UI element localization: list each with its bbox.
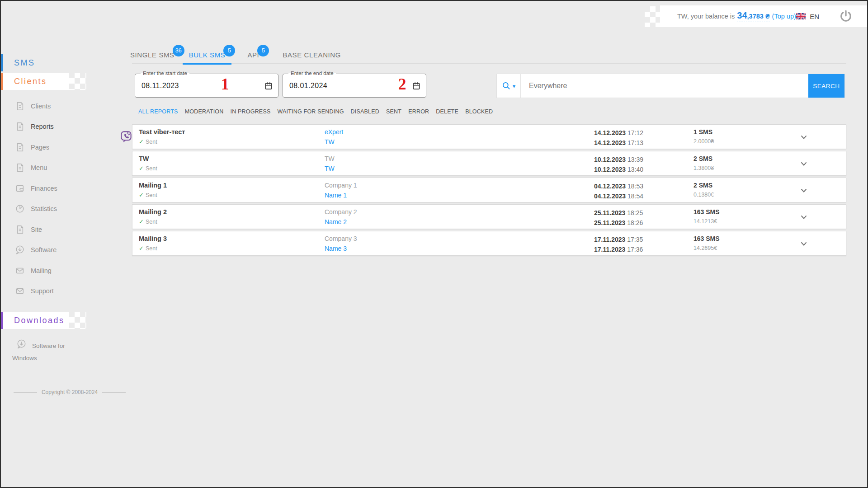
sidebar-item-clients[interactable]: Clients [1,96,100,117]
tab-base-cleaning[interactable]: BASE CLEANING [276,47,347,65]
sidebar-item-site[interactable]: Site [1,219,100,240]
start-date: 17.11.2023 [594,236,625,243]
sidebar-item-support[interactable]: Support [1,281,100,302]
report-dates: 04.12.2023 18:53 04.12.2023 18:54 [594,181,643,201]
status-tab-delete[interactable]: DELETE [436,108,458,115]
report-row[interactable]: Mailing 3 ✓Sent Company 3 Name 3 17.11.2… [132,231,846,256]
tab-bulk-sms[interactable]: BULK SMS 5 [183,47,232,65]
logout-power-button[interactable] [839,9,853,23]
sidebar-section-sms[interactable]: SMS [1,54,69,71]
wallet-icon [15,183,25,193]
search-scope-dropdown[interactable]: ▾ [497,74,521,98]
status-text: Sent [146,165,157,172]
search-icon [502,81,511,90]
copyright: Copyright © 2008-2024 [14,389,126,395]
tab-single-sms[interactable]: SINGLE SMS 36 [130,47,181,65]
end-time: 17:36 [627,246,643,253]
tab-label: SINGLE SMS [130,51,175,59]
status-tab-sent[interactable]: SENT [386,108,401,115]
sidebar-item-mailing[interactable]: Mailing [1,260,100,281]
envelope-icon [15,266,25,276]
reports-list: Test viber-тест ✓Sent eXpert TW 14.12.20… [132,124,846,258]
top-up-link[interactable]: (Top up) [772,13,796,20]
checker-decoration [69,312,86,329]
report-title: Test viber-тест [139,128,185,136]
sidebar-section-downloads[interactable]: Downloads [1,312,69,329]
sidebar-item-finances[interactable]: Finances [1,178,100,199]
end-date: 25.11.2023 [594,219,625,226]
tab-api[interactable]: API 5 [241,47,265,65]
start-date-value[interactable]: 08.11.2023 [142,82,179,90]
report-sender-link[interactable]: TW [325,138,335,145]
expand-chevron-icon[interactable] [798,158,810,170]
status-tab-blocked[interactable]: BLOCKED [465,108,493,115]
sms-cost: 1.3800₴ [693,165,714,171]
copyright-text: Copyright © 2008-2024 [42,389,98,395]
tab-badge: 5 [223,45,235,56]
end-date: 17.11.2023 [594,246,625,253]
sidebar-item-menu[interactable]: Menu [1,158,100,178]
end-date-field[interactable]: Enter the end date 08.01.2024 2 [283,74,426,98]
report-row[interactable]: Mailing 2 ✓Sent Company 2 Name 2 25.11.2… [132,204,846,229]
end-date-label: Enter the end date [288,70,336,76]
sidebar-item-pages[interactable]: Pages [1,137,100,158]
sms-count: 163 SMS [693,235,720,242]
search-input[interactable] [521,74,808,98]
expand-chevron-icon[interactable] [798,185,810,197]
tab-label: BULK SMS [189,51,226,59]
status-tab-waiting-for-sending[interactable]: WAITING FOR SENDING [277,108,344,115]
language-selector[interactable]: EN [796,13,819,20]
report-sender-link[interactable]: TW [325,165,335,172]
report-dates: 17.11.2023 17:35 17.11.2023 17:36 [594,235,643,254]
start-date: 10.12.2023 [594,156,626,163]
report-status: ✓Sent [139,245,157,252]
status-tab-disabled[interactable]: DISABLED [351,108,379,115]
expand-chevron-icon[interactable] [798,211,810,223]
pie-chart-icon [15,204,25,214]
check-icon: ✓ [139,245,144,252]
sidebar-item-software[interactable]: Software [1,240,100,261]
sidebar-item-label: Reports [31,123,54,130]
start-date: 25.11.2023 [594,209,625,216]
calendar-icon[interactable] [412,81,421,90]
document-icon [15,142,25,152]
sidebar-clients-label: Clients [14,77,47,86]
status-text: Sent [146,245,157,252]
sidebar-item-statistics[interactable]: Statistics [1,199,100,220]
report-sender-link[interactable]: Name 2 [325,218,347,225]
sidebar-item-label: Software [31,246,57,253]
expand-chevron-icon[interactable] [798,131,810,143]
status-tab-in-progress[interactable]: IN PROGRESS [230,108,270,115]
report-row[interactable]: Test viber-тест ✓Sent eXpert TW 14.12.20… [132,124,846,149]
report-row[interactable]: Mailing 1 ✓Sent Company 1 Name 1 04.12.2… [132,178,846,202]
viber-icon [120,131,132,144]
tab-badge: 5 [257,45,269,56]
balance-amount-link[interactable]: 34,3783 ₴ [737,10,769,22]
calendar-icon[interactable] [264,81,273,90]
report-company: TW [325,155,335,162]
sidebar-nav: Clients Reports Pages Menu Finances Stat… [1,96,100,301]
sms-cost: 2.0000₴ [693,138,714,145]
report-row[interactable]: TW ✓Sent TW TW 10.12.2023 13:39 10.12.20… [132,151,846,176]
status-tab-error[interactable]: ERROR [408,108,429,115]
status-tab-all-reports[interactable]: ALL REPORTS [138,108,178,115]
sidebar-item-reports[interactable]: Reports [1,117,100,137]
end-date-value[interactable]: 08.01.2024 [289,82,327,90]
end-time: 17:13 [627,139,643,146]
check-icon: ✓ [139,138,144,145]
search-button[interactable]: SEARCH [808,74,844,98]
start-date: 04.12.2023 [594,183,626,190]
sidebar-section-clients[interactable]: Clients [1,73,69,90]
download-bubble-icon [15,245,25,255]
sms-cost: 14.1213€ [693,218,717,225]
envelope-icon [15,286,25,296]
report-sender-link[interactable]: Name 1 [325,192,347,199]
end-date: 10.12.2023 [594,166,626,173]
report-company-link[interactable]: eXpert [325,128,343,136]
sidebar-item-software-for-windows[interactable]: Software for Windows [12,340,78,364]
start-date-field[interactable]: Enter the start date 08.11.2023 1 [135,74,278,98]
expand-chevron-icon[interactable] [798,238,810,250]
search-bar: ▾ SEARCH [496,74,845,98]
status-tab-moderation[interactable]: MODERATION [185,108,224,115]
report-sender-link[interactable]: Name 3 [325,245,347,252]
